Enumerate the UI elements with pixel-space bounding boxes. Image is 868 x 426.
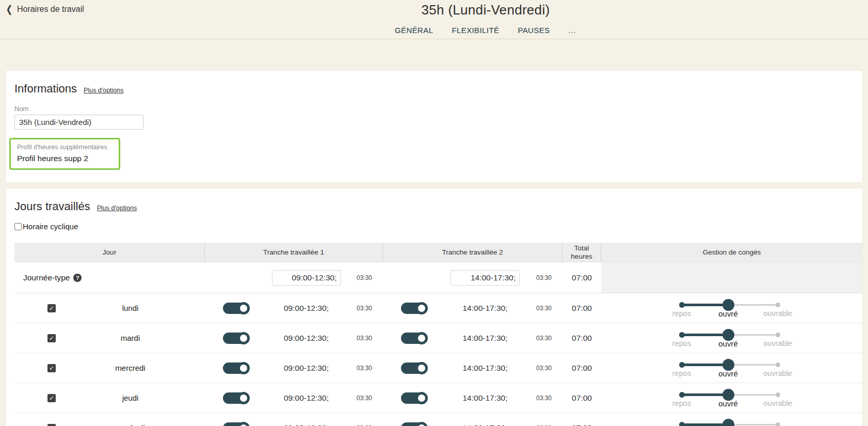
slider-label-ouvre[interactable]: ouvré <box>705 309 751 318</box>
help-icon[interactable]: ? <box>73 274 82 282</box>
slot2-toggle[interactable] <box>401 392 427 404</box>
worked-days-more-options-link[interactable]: Plus d'options <box>97 204 137 212</box>
slider-label-repos[interactable]: repos <box>658 309 705 318</box>
day-total-hours: 07:00 <box>562 304 601 313</box>
slot2-time[interactable]: 14:00-17:30; <box>445 364 525 373</box>
slot2-toggle[interactable] <box>401 362 427 374</box>
slider-track-inactive[interactable] <box>729 364 778 366</box>
slot1-duration: 03:30 <box>346 365 383 372</box>
slot1-time[interactable]: 09:00-12:30; <box>267 423 346 426</box>
slider-track-inactive[interactable] <box>729 304 778 306</box>
slot1-time[interactable]: 09:00-12:30; <box>267 304 346 313</box>
tab-more[interactable]: ... <box>569 26 577 38</box>
slot2-toggle[interactable] <box>401 422 427 426</box>
cyclic-schedule-checkbox[interactable] <box>14 223 22 230</box>
slider-stop-repos[interactable] <box>679 332 685 338</box>
slot1-time[interactable]: 09:00-12:30; <box>267 393 346 403</box>
slider-stop-ouvrable[interactable] <box>776 303 780 307</box>
top-bar: ❮ Horaires de travail 35h (Lundi-Vendred… <box>0 0 868 39</box>
spacer-band <box>0 39 868 71</box>
slider-stop-ouvrable[interactable] <box>776 392 780 397</box>
slider-stop-repos[interactable] <box>679 422 685 426</box>
day-row: ✓ vendredi 09:00-12:30; 03:30 14:00-17:3… <box>14 413 862 426</box>
leave-management-slider: repos ouvré ouvrable <box>601 383 862 413</box>
informations-more-options-link[interactable]: Plus d'options <box>84 87 123 94</box>
column-header-tranche-2: Tranche travaillée 2 <box>383 243 562 262</box>
slot1-toggle[interactable] <box>223 362 249 374</box>
slider-track-inactive[interactable] <box>729 424 778 425</box>
slider-stop-ouvrable[interactable] <box>776 333 780 337</box>
slider-label-ouvre[interactable]: ouvré <box>705 339 751 348</box>
slot1-toggle[interactable] <box>223 392 249 404</box>
slider-label-repos[interactable]: repos <box>658 339 705 348</box>
slider-stop-ouvrable[interactable] <box>776 422 780 426</box>
slider-label-repos[interactable]: repos <box>658 399 705 407</box>
day-row: ✓ mercredi 09:00-12:30; 03:30 14:00-17:3… <box>14 353 862 383</box>
template-slot1-duration: 03:30 <box>346 274 383 281</box>
day-checkbox[interactable]: ✓ <box>47 304 56 312</box>
day-checkbox[interactable]: ✓ <box>47 334 56 342</box>
column-header-total-heures: Total heures <box>562 243 601 262</box>
slot2-time[interactable]: 14:00-17:30; <box>445 423 525 426</box>
slider-label-repos[interactable]: repos <box>658 369 705 377</box>
slot2-time[interactable]: 14:00-17:30; <box>445 393 525 403</box>
template-slot1-input[interactable] <box>272 270 341 286</box>
slot2-duration: 03:30 <box>525 305 562 312</box>
slider-label-ouvrable[interactable]: ouvrable <box>754 309 801 318</box>
template-gestion-cell <box>601 262 862 293</box>
slider-label-ouvrable[interactable]: ouvrable <box>754 369 801 377</box>
informations-card: Informations Plus d'options Nom Profil d… <box>6 71 862 182</box>
day-checkbox[interactable]: ✓ <box>47 424 56 426</box>
informations-heading: Informations <box>14 82 77 96</box>
tab-bar: GÉNÉRAL FLEXIBILITÉ PAUSES ... <box>395 26 576 38</box>
cyclic-schedule-checkbox-row[interactable]: Horaire cyclique <box>14 222 862 231</box>
slot2-duration: 03:30 <box>525 335 562 342</box>
overtime-profile-label: Profil d'heures supplémentaires <box>17 144 119 151</box>
slider-stop-repos[interactable] <box>679 302 685 308</box>
slot1-time[interactable]: 09:00-12:30; <box>267 364 346 373</box>
template-day-row: Journée-type ? 03:30 03:30 07:00 <box>14 262 862 293</box>
tab-flexibilite[interactable]: FLEXIBILITÉ <box>452 26 499 38</box>
slot2-toggle[interactable] <box>401 333 427 344</box>
tab-general[interactable]: GÉNÉRAL <box>395 26 433 38</box>
slot1-toggle[interactable] <box>223 333 249 344</box>
table-header-row: Jour Tranche travaillée 1 Tranche travai… <box>14 243 862 262</box>
template-slot2-input[interactable] <box>451 270 520 286</box>
slot1-time[interactable]: 09:00-12:30; <box>267 334 346 343</box>
slider-track-inactive[interactable] <box>729 394 778 396</box>
slider-stop-repos[interactable] <box>679 362 685 368</box>
day-checkbox[interactable]: ✓ <box>47 394 56 402</box>
day-label: vendredi <box>56 423 205 426</box>
slot2-time[interactable]: 14:00-17:30; <box>445 334 525 343</box>
overtime-profile-value[interactable]: Profil heures supp 2 <box>17 154 119 163</box>
slot2-time[interactable]: 14:00-17:30; <box>445 304 525 313</box>
tab-pauses[interactable]: PAUSES <box>518 26 550 38</box>
slot2-duration: 03:30 <box>525 365 562 372</box>
slider-stop-ouvrable[interactable] <box>776 362 780 367</box>
slot2-duration: 03:30 <box>525 424 562 426</box>
slider-knob[interactable] <box>722 419 734 426</box>
day-checkbox[interactable]: ✓ <box>47 364 56 372</box>
slider-label-ouvre[interactable]: ouvré <box>705 399 751 408</box>
day-total-hours: 07:00 <box>562 423 601 426</box>
name-input[interactable] <box>14 115 143 130</box>
slot1-toggle[interactable] <box>223 303 249 314</box>
title-block: 35h (Lundi-Vendredi) GÉNÉRAL FLEXIBILITÉ… <box>52 2 868 38</box>
page-title: 35h (Lundi-Vendredi) <box>422 2 550 18</box>
slot2-duration: 03:30 <box>525 395 562 402</box>
leave-management-slider: repos ouvré ouvrable <box>601 353 862 383</box>
slot2-toggle[interactable] <box>401 303 427 314</box>
leave-management-slider: repos ouvré ouvrable <box>601 413 862 426</box>
slider-label-ouvrable[interactable]: ouvrable <box>754 339 801 348</box>
slot1-duration: 03:30 <box>346 424 383 426</box>
day-label: mardi <box>56 334 205 342</box>
slider-stop-repos[interactable] <box>679 392 685 398</box>
slot1-toggle[interactable] <box>223 422 249 426</box>
leave-management-slider: repos ouvré ouvrable <box>601 293 862 323</box>
day-row: ✓ lundi 09:00-12:30; 03:30 14:00-17:30; … <box>14 293 862 323</box>
overtime-profile-field[interactable]: Profil d'heures supplémentaires Profil h… <box>9 138 120 170</box>
column-header-tranche-1: Tranche travaillée 1 <box>205 243 383 262</box>
slider-label-ouvre[interactable]: ouvré <box>705 369 751 378</box>
slider-label-ouvrable[interactable]: ouvrable <box>754 399 801 407</box>
slider-track-inactive[interactable] <box>729 334 778 336</box>
